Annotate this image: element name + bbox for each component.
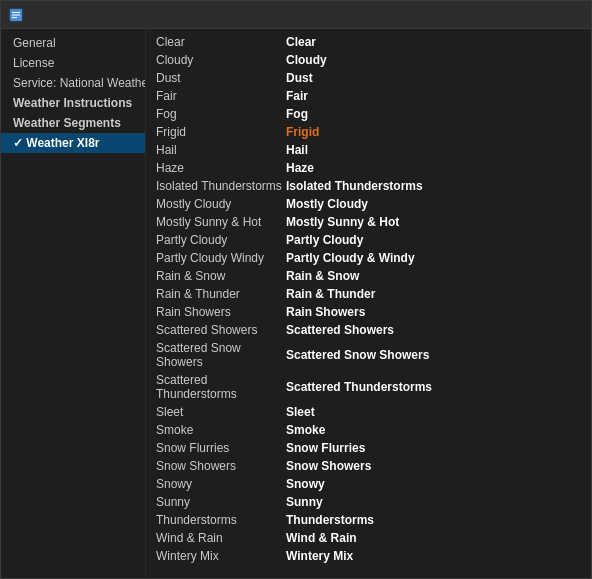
weather-value-11: Partly Cloudy (286, 233, 363, 247)
weather-value-6: Hail (286, 143, 308, 157)
sidebar-item-1[interactable]: License (1, 53, 145, 73)
weather-key-4: Fog (156, 107, 286, 121)
weather-key-3: Fair (156, 89, 286, 103)
weather-value-1: Cloudy (286, 53, 327, 67)
svg-rect-1 (12, 12, 20, 13)
weather-value-2: Dust (286, 71, 313, 85)
weather-value-18: Scattered Thunderstorms (286, 380, 432, 394)
weather-key-2: Dust (156, 71, 286, 85)
window-icon (9, 8, 23, 22)
weather-value-15: Rain Showers (286, 305, 365, 319)
sidebar-item-3[interactable]: Weather Instructions (1, 93, 145, 113)
window: GeneralLicenseService: National Weather … (0, 0, 592, 579)
weather-row-16[interactable]: Scattered ShowersScattered Showers (146, 321, 591, 339)
weather-row-19[interactable]: SleetSleet (146, 403, 591, 421)
sidebar-item-4[interactable]: Weather Segments (1, 113, 145, 133)
weather-value-9: Mostly Cloudy (286, 197, 368, 211)
weather-key-11: Partly Cloudy (156, 233, 286, 247)
sidebar-item-5[interactable]: ✓ Weather XI8r (1, 133, 145, 153)
sidebar: GeneralLicenseService: National Weather … (1, 29, 146, 578)
weather-row-14[interactable]: Rain & ThunderRain & Thunder (146, 285, 591, 303)
weather-key-14: Rain & Thunder (156, 287, 286, 301)
content-area: GeneralLicenseService: National Weather … (1, 29, 591, 578)
weather-value-12: Partly Cloudy & Windy (286, 251, 415, 265)
weather-key-23: Snowy (156, 477, 286, 491)
weather-row-11[interactable]: Partly CloudyPartly Cloudy (146, 231, 591, 249)
weather-row-21[interactable]: Snow FlurriesSnow Flurries (146, 439, 591, 457)
weather-row-0[interactable]: ClearClear (146, 33, 591, 51)
weather-row-22[interactable]: Snow ShowersSnow Showers (146, 457, 591, 475)
weather-row-17[interactable]: Scattered Snow ShowersScattered Snow Sho… (146, 339, 591, 371)
weather-value-27: Wintery Mix (286, 549, 353, 563)
weather-value-13: Rain & Snow (286, 269, 359, 283)
svg-rect-2 (12, 14, 20, 15)
weather-value-26: Wind & Rain (286, 531, 357, 545)
weather-row-18[interactable]: Scattered ThunderstormsScattered Thunder… (146, 371, 591, 403)
weather-value-23: Snowy (286, 477, 325, 491)
weather-value-19: Sleet (286, 405, 315, 419)
weather-key-22: Snow Showers (156, 459, 286, 473)
weather-key-27: Wintery Mix (156, 549, 286, 563)
sidebar-item-2[interactable]: Service: National Weather Service (1, 73, 145, 93)
weather-key-25: Thunderstorms (156, 513, 286, 527)
weather-key-13: Rain & Snow (156, 269, 286, 283)
weather-row-4[interactable]: FogFog (146, 105, 591, 123)
weather-value-7: Haze (286, 161, 314, 175)
weather-row-3[interactable]: FairFair (146, 87, 591, 105)
weather-key-9: Mostly Cloudy (156, 197, 286, 211)
weather-value-4: Fog (286, 107, 308, 121)
weather-row-12[interactable]: Partly Cloudy WindyPartly Cloudy & Windy (146, 249, 591, 267)
weather-key-19: Sleet (156, 405, 286, 419)
weather-row-26[interactable]: Wind & RainWind & Rain (146, 529, 591, 547)
weather-row-25[interactable]: ThunderstormsThunderstorms (146, 511, 591, 529)
weather-key-8: Isolated Thunderstorms (156, 179, 286, 193)
weather-key-10: Mostly Sunny & Hot (156, 215, 286, 229)
maximize-button[interactable] (533, 5, 557, 25)
weather-row-10[interactable]: Mostly Sunny & HotMostly Sunny & Hot (146, 213, 591, 231)
weather-row-5[interactable]: FrigidFrigid (146, 123, 591, 141)
weather-row-6[interactable]: HailHail (146, 141, 591, 159)
weather-key-15: Rain Showers (156, 305, 286, 319)
weather-key-24: Sunny (156, 495, 286, 509)
weather-row-20[interactable]: SmokeSmoke (146, 421, 591, 439)
weather-row-1[interactable]: CloudyCloudy (146, 51, 591, 69)
weather-row-24[interactable]: SunnySunny (146, 493, 591, 511)
weather-value-22: Snow Showers (286, 459, 371, 473)
weather-row-7[interactable]: HazeHaze (146, 159, 591, 177)
weather-key-21: Snow Flurries (156, 441, 286, 455)
weather-key-18: Scattered Thunderstorms (156, 373, 286, 401)
weather-value-24: Sunny (286, 495, 323, 509)
weather-key-17: Scattered Snow Showers (156, 341, 286, 369)
weather-key-0: Clear (156, 35, 286, 49)
weather-value-3: Fair (286, 89, 308, 103)
weather-value-21: Snow Flurries (286, 441, 365, 455)
weather-row-8[interactable]: Isolated ThunderstormsIsolated Thunderst… (146, 177, 591, 195)
minimize-button[interactable] (507, 5, 531, 25)
weather-row-15[interactable]: Rain ShowersRain Showers (146, 303, 591, 321)
weather-row-27[interactable]: Wintery MixWintery Mix (146, 547, 591, 565)
weather-value-14: Rain & Thunder (286, 287, 375, 301)
weather-value-10: Mostly Sunny & Hot (286, 215, 399, 229)
weather-value-5: Frigid (286, 125, 319, 139)
sidebar-item-0[interactable]: General (1, 33, 145, 53)
weather-value-17: Scattered Snow Showers (286, 348, 429, 362)
close-button[interactable] (559, 5, 583, 25)
window-controls (507, 5, 583, 25)
weather-key-1: Cloudy (156, 53, 286, 67)
title-bar (1, 1, 591, 29)
svg-rect-3 (12, 17, 17, 18)
weather-row-23[interactable]: SnowySnowy (146, 475, 591, 493)
weather-value-0: Clear (286, 35, 316, 49)
weather-key-26: Wind & Rain (156, 531, 286, 545)
weather-value-8: Isolated Thunderstorms (286, 179, 423, 193)
weather-row-13[interactable]: Rain & SnowRain & Snow (146, 267, 591, 285)
weather-row-2[interactable]: DustDust (146, 69, 591, 87)
weather-value-20: Smoke (286, 423, 325, 437)
weather-key-5: Frigid (156, 125, 286, 139)
weather-row-9[interactable]: Mostly CloudyMostly Cloudy (146, 195, 591, 213)
weather-key-7: Haze (156, 161, 286, 175)
weather-key-20: Smoke (156, 423, 286, 437)
weather-key-6: Hail (156, 143, 286, 157)
weather-value-25: Thunderstorms (286, 513, 374, 527)
weather-key-12: Partly Cloudy Windy (156, 251, 286, 265)
